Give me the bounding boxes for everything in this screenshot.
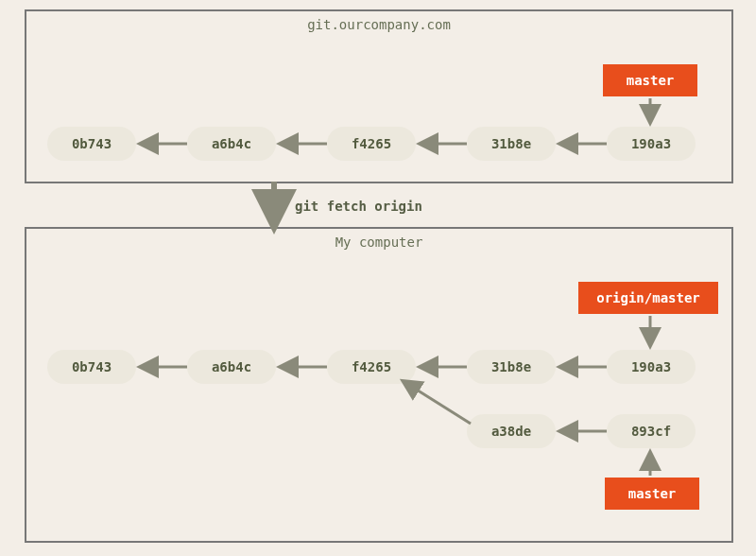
commit-node: 31b8e	[467, 127, 556, 161]
commit-node: a6b4c	[187, 350, 276, 384]
commit-node: 893cf	[607, 414, 696, 448]
commit-node: a38de	[467, 414, 556, 448]
diagram-canvas: git.ourcompany.com 0b743 a6b4c f4265 31b…	[0, 0, 756, 556]
fetch-command-label: git fetch origin	[295, 199, 422, 214]
ref-master-local: master	[605, 478, 699, 510]
ref-master-remote: master	[603, 64, 697, 96]
commit-node: a6b4c	[187, 127, 276, 161]
commit-node: 190a3	[607, 350, 696, 384]
commit-node: 190a3	[607, 127, 696, 161]
ref-origin-master: origin/master	[578, 282, 718, 314]
commit-node: 0b743	[47, 350, 136, 384]
commit-node: f4265	[327, 350, 416, 384]
commit-node: 0b743	[47, 127, 136, 161]
local-title: My computer	[26, 235, 731, 250]
commit-node: f4265	[327, 127, 416, 161]
remote-title: git.ourcompany.com	[26, 17, 731, 32]
commit-node: 31b8e	[467, 350, 556, 384]
